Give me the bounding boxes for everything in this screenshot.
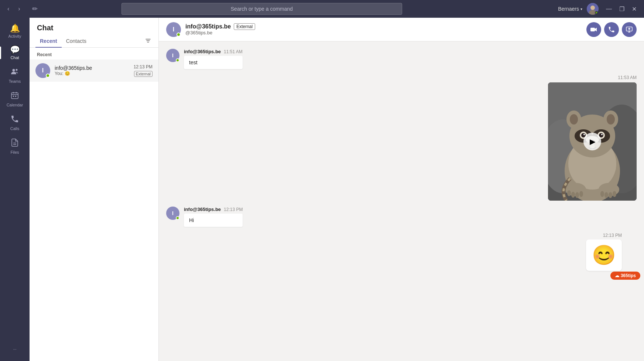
- user-status-dot: [595, 11, 598, 14]
- user-name[interactable]: Bernaers ▾: [558, 6, 582, 12]
- search-bar[interactable]: [121, 3, 402, 15]
- sidebar-item-chat[interactable]: 💬 Chat: [0, 42, 30, 64]
- svg-rect-10: [15, 96, 16, 97]
- chat-header-actions: [586, 22, 637, 37]
- compose-button[interactable]: ✏: [29, 3, 41, 14]
- message-avatar-1: I: [166, 49, 179, 62]
- external-badge: External: [234, 23, 255, 30]
- chat-header-online-dot: [177, 33, 181, 37]
- calendar-icon: [10, 91, 19, 101]
- sidebar-label-chat: Chat: [10, 55, 19, 60]
- minimize-button[interactable]: —: [603, 4, 615, 14]
- contact-item[interactable]: I info@365tips.be You: 😊 12:13 PM Extern…: [30, 59, 158, 82]
- watermark-badge: ☁ 365tips: [610, 272, 640, 280]
- sidebar-label-calendar: Calendar: [7, 103, 23, 107]
- svg-rect-13: [590, 28, 595, 31]
- tab-contacts[interactable]: Contacts: [62, 35, 91, 48]
- svg-point-35: [583, 134, 585, 135]
- chat-panel: Chat Recent Contacts Recent I info@365ti…: [30, 18, 159, 361]
- restore-button[interactable]: ❐: [616, 4, 627, 14]
- chat-header: I info@365tips.be External @365tips.be: [159, 18, 644, 41]
- main-layout: 🔔 Activity 💬 Chat Teams: [0, 18, 644, 361]
- svg-point-44: [579, 191, 583, 197]
- chat-panel-title: Chat: [37, 24, 53, 32]
- contact-name: info@365tips.be: [55, 65, 129, 71]
- contact-avatar: I: [35, 63, 50, 78]
- video-call-button[interactable]: [586, 22, 601, 37]
- svg-point-3: [13, 69, 15, 72]
- sidebar-item-more[interactable]: ···: [0, 343, 30, 355]
- message-meta-3: info@365tips.be 12:13 PM: [184, 207, 243, 212]
- svg-rect-5: [11, 93, 18, 99]
- chat-icon: 💬: [10, 46, 20, 54]
- video-play-button[interactable]: ▶: [583, 133, 601, 150]
- emoji-bubble: 😊: [586, 239, 622, 271]
- svg-point-43: [575, 192, 579, 198]
- search-input[interactable]: [126, 6, 397, 12]
- svg-point-1: [590, 6, 595, 10]
- files-icon: [10, 138, 19, 149]
- sidebar-item-teams[interactable]: Teams: [0, 64, 30, 87]
- chat-header-avatar: I: [166, 22, 181, 37]
- message-meta-1: info@365tips.be 11:51 AM: [184, 49, 243, 54]
- svg-point-45: [600, 191, 604, 197]
- user-avatar[interactable]: [587, 3, 599, 15]
- message-bubble-3[interactable]: Hi: [184, 214, 243, 227]
- message-group-3: I info@365tips.be 12:13 PM Hi: [166, 207, 496, 227]
- sidebar-label-teams: Teams: [9, 79, 21, 84]
- sidebar-item-calls[interactable]: Calls: [0, 111, 30, 134]
- close-button[interactable]: ✕: [629, 4, 640, 14]
- svg-rect-9: [13, 96, 14, 97]
- share-screen-button[interactable]: [622, 22, 637, 37]
- chat-panel-header: Chat: [30, 18, 158, 35]
- message-sender-1: info@365tips.be: [184, 49, 221, 54]
- message-group-4: 12:13 PM 😊 ☁ 365tips: [586, 233, 622, 271]
- sidebar-item-files[interactable]: Files: [0, 134, 30, 158]
- nav-buttons: ‹ ›: [4, 4, 23, 14]
- nav-back-button[interactable]: ‹: [4, 4, 12, 14]
- svg-point-36: [601, 134, 603, 135]
- title-bar-right: Bernaers ▾ — ❐ ✕: [558, 3, 640, 15]
- message-online-dot-3: [176, 216, 179, 220]
- contact-time: 12:13 PM: [134, 64, 153, 69]
- chevron-down-icon: ▾: [580, 7, 582, 11]
- chat-header-info: info@365tips.be External @365tips.be: [185, 23, 586, 35]
- sidebar-item-activity[interactable]: 🔔 Activity: [0, 21, 30, 42]
- chat-tabs: Recent Contacts: [30, 35, 158, 48]
- emoji-time: 12:13 PM: [603, 233, 622, 238]
- messages-container[interactable]: I info@365tips.be 11:51 AM test 11:53 AM: [159, 41, 644, 361]
- contact-initials: I: [42, 67, 44, 74]
- message-avatar-3: I: [166, 207, 179, 220]
- calls-icon: [10, 115, 19, 125]
- message-online-dot-1: [176, 58, 179, 62]
- message-time-3: 12:13 PM: [224, 207, 243, 212]
- svg-point-41: [567, 190, 571, 196]
- tab-recent[interactable]: Recent: [35, 35, 62, 48]
- contact-online-dot: [46, 74, 50, 78]
- message-bubble-1[interactable]: test: [184, 56, 243, 69]
- message-sender-3: info@365tips.be: [184, 207, 221, 212]
- message-content-1: info@365tips.be 11:51 AM test: [184, 49, 243, 69]
- svg-point-27: [607, 114, 615, 125]
- title-bar: ‹ › ✏ Bernaers ▾ — ❐ ✕: [0, 0, 644, 18]
- contact-preview: You: 😊: [55, 71, 129, 76]
- more-label: ···: [13, 347, 16, 351]
- video-time: 11:53 AM: [618, 75, 637, 80]
- video-container[interactable]: ▶: [548, 82, 637, 201]
- svg-point-46: [604, 192, 608, 198]
- watermark: ☁ 365tips: [610, 272, 640, 280]
- filter-icon[interactable]: [144, 36, 153, 47]
- sidebar-label-activity: Activity: [8, 34, 21, 38]
- message-content-3: info@365tips.be 12:13 PM Hi: [184, 207, 243, 227]
- message-group-1: I info@365tips.be 11:51 AM test: [166, 49, 496, 69]
- sidebar-item-calendar[interactable]: Calendar: [0, 87, 30, 111]
- chat-header-name: info@365tips.be External: [185, 23, 586, 30]
- svg-point-4: [16, 69, 18, 71]
- teams-icon: [10, 67, 19, 78]
- voice-call-button[interactable]: [604, 22, 619, 37]
- recent-section-label: Recent: [30, 48, 158, 59]
- nav-forward-button[interactable]: ›: [15, 4, 23, 14]
- svg-point-47: [609, 192, 612, 198]
- chat-header-email: @365tips.be: [185, 30, 586, 35]
- message-group-2: 11:53 AM: [548, 75, 637, 201]
